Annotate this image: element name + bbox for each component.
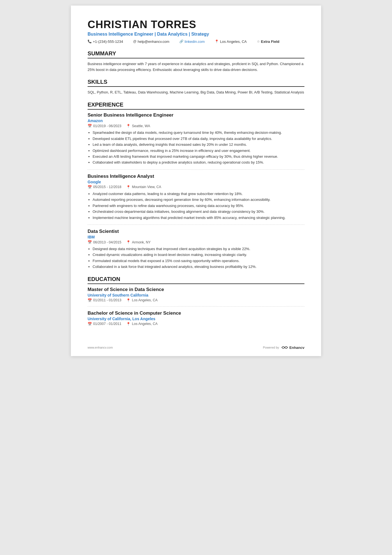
bullet-item: Collaborated in a task force that integr… [93,264,304,270]
job-company: IBM [88,235,304,239]
experience-entry-1: Business Intelligence Analyst Google 📅 0… [88,174,304,225]
job-meta: 📅 06/2013 - 04/2015 📍 Armonk, NY [88,240,304,244]
experience-entry-2: Data Scientist IBM 📅 06/2013 - 04/2015 📍… [88,229,304,270]
job-bullets: Designed deep data mining techniques tha… [88,246,304,270]
experience-entry-0: Senior Business Intelligence Engineer Am… [88,112,304,170]
job-company: Google [88,180,304,184]
candidate-name: CHRISTIAN TORRES [88,19,304,31]
enhancv-name: Enhancv [289,346,304,350]
education-section: EDUCATION Master of Science in Data Scie… [88,276,304,326]
candidate-title: Business Intelligence Engineer | Data An… [88,32,304,37]
education-entry-1: Bachelor of Science in Computer Science … [88,310,304,326]
edu-dates-item: 📅 01/2011 - 01/2013 [88,298,121,302]
bullet-item: Orchestrated cross-departmental data ini… [93,209,304,214]
job-location-item: 📍 Mountain View, CA [126,185,161,189]
edu-degree: Bachelor of Science in Computer Science [88,310,304,316]
education-container: Master of Science in Data Science Univer… [88,287,304,326]
edu-dates: 01/2007 - 01/2011 [93,322,121,326]
footer-website: www.enhancv.com [88,346,113,349]
bullet-item: Optimized dashboard performance, resulti… [93,148,304,154]
enhancv-brand: Enhancv [281,345,304,350]
edu-location-icon: 📍 [126,322,131,326]
job-location-item: 📍 Seattle, WA [126,124,150,128]
summary-text: Business intelligence engineer with 7 ye… [88,61,304,73]
location-icon: 📍 [215,40,219,43]
edu-meta: 📅 01/2007 - 01/2011 📍 Los Angeles, CA [88,322,304,326]
experience-title: EXPERIENCE [88,102,304,110]
edu-degree: Master of Science in Data Science [88,287,304,292]
experience-container: Senior Business Intelligence Engineer Am… [88,112,304,270]
contact-row: 📞 +1-(234)-555-1234 @ help@enhancv.com 🔗… [88,40,304,44]
job-dates: 06/2013 - 04/2015 [93,240,121,244]
bullet-item: Automated reporting processes, decreasin… [93,197,304,203]
location-pin-icon: 📍 [126,124,131,128]
bullet-item: Designed deep data mining techniques tha… [93,246,304,252]
job-dates-item: 📅 05/2015 - 12/2018 [88,185,121,189]
bullet-item: Formulated statistical models that expos… [93,258,304,264]
job-bullets: Spearheaded the design of data models, r… [88,130,304,166]
footer-brand: Powered by Enhancv [263,345,304,350]
job-location: Seattle, WA [132,124,150,128]
job-meta: 📅 01/2019 - 06/2023 📍 Seattle, WA [88,124,304,128]
edu-calendar-icon: 📅 [88,322,92,326]
edu-location-item: 📍 Los Angeles, CA [126,298,157,302]
linkedin-icon: 🔗 [179,40,183,43]
location-pin-icon: 📍 [126,240,131,244]
edu-dates-item: 📅 01/2007 - 01/2011 [88,322,121,326]
bullet-item: Analyzed customer data patterns, leading… [93,191,304,197]
job-dates: 01/2019 - 06/2023 [93,124,121,128]
location-item: 📍 Los Angeles, CA [215,40,247,44]
email-item: @ help@enhancv.com [133,40,169,44]
edu-dates: 01/2011 - 01/2013 [93,298,121,302]
bullet-item: Implemented machine learning algorithms … [93,215,304,221]
email-icon: @ [133,40,137,43]
job-location-item: 📍 Armonk, NY [126,240,150,244]
summary-title: SUMMARY [88,50,304,58]
location-pin-icon: 📍 [126,185,131,189]
linkedin-item: 🔗 linkedin.com [179,40,205,44]
phone-value: +1-(234)-555-1234 [93,40,123,44]
edu-school: University of Southern California [88,293,304,297]
calendar-icon: 📅 [88,240,92,244]
job-location: Mountain View, CA [132,185,161,189]
extra-item: ☆ Extra Field [257,40,279,44]
job-title: Business Intelligence Analyst [88,174,304,179]
calendar-icon: 📅 [88,124,92,128]
edu-school: University of California, Los Angeles [88,317,304,321]
bullet-item: Created dynamic visualizations aiding in… [93,252,304,258]
extra-value: Extra Field [261,40,279,44]
edu-location-item: 📍 Los Angeles, CA [126,322,157,326]
linkedin-value: linkedin.com [185,40,205,44]
edu-location: Los Angeles, CA [132,298,157,302]
edu-location: Los Angeles, CA [132,322,157,326]
job-title: Data Scientist [88,229,304,234]
skills-section: SKILLS SQL, Python, R, ETL, Tableau, Dat… [88,79,304,95]
location-value: Los Angeles, CA [220,40,247,44]
powered-by-label: Powered by [263,346,279,349]
bullet-item: Developed scalable ETL pipelines that pr… [93,136,304,142]
job-dates-item: 📅 01/2019 - 06/2023 [88,124,121,128]
edu-location-icon: 📍 [126,298,131,302]
job-meta: 📅 05/2015 - 12/2018 📍 Mountain View, CA [88,185,304,189]
edu-meta: 📅 01/2011 - 01/2013 📍 Los Angeles, CA [88,298,304,302]
calendar-icon: 📅 [88,185,92,189]
resume-page: CHRISTIAN TORRES Business Intelligence E… [71,6,321,356]
phone-item: 📞 +1-(234)-555-1234 [88,40,123,44]
education-entry-0: Master of Science in Data Science Univer… [88,287,304,307]
experience-section: EXPERIENCE Senior Business Intelligence … [88,102,304,270]
bullet-item: Collaborated with stakeholders to deploy… [93,159,304,165]
header: CHRISTIAN TORRES Business Intelligence E… [88,19,304,44]
email-value: help@enhancv.com [138,40,169,44]
bullet-item: Partnered with engineers to refine data … [93,203,304,209]
enhancv-icon [281,345,289,350]
skills-title: SKILLS [88,79,304,87]
page-footer: www.enhancv.com Powered by Enhancv [88,345,304,350]
bullet-item: Led a team of data analysts, delivering … [93,142,304,147]
phone-icon: 📞 [88,40,92,43]
job-bullets: Analyzed customer data patterns, leading… [88,191,304,221]
bullet-item: Executed an A/B testing framework that i… [93,154,304,159]
star-icon: ☆ [257,40,260,43]
job-dates: 05/2015 - 12/2018 [93,185,121,189]
job-dates-item: 📅 06/2013 - 04/2015 [88,240,121,244]
edu-calendar-icon: 📅 [88,298,92,302]
